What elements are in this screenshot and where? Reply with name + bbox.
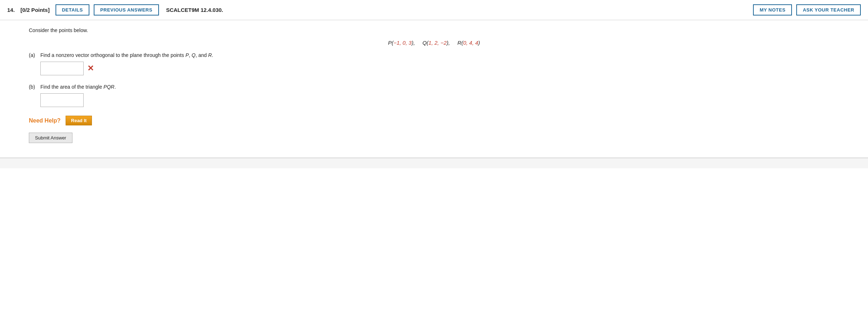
part-b-label: (b) Find the area of the triangle PQR. <box>29 84 839 90</box>
my-notes-button[interactable]: MY NOTES <box>753 4 792 15</box>
part-a-input-row: ✕ <box>40 62 839 75</box>
bottom-bar <box>0 158 868 168</box>
need-help-label: Need Help? <box>29 117 61 124</box>
point-r-label: R <box>457 40 461 46</box>
points-label: [0/2 Points] <box>21 7 50 13</box>
content-area: Consider the points below. P(−1, 0, 3), … <box>0 20 868 158</box>
problem-code: SCALCET9M 12.4.030. <box>166 7 223 13</box>
point-p-coords: −1, 0, 3 <box>393 40 411 46</box>
part-a-label: (a) Find a nonzero vector orthogonal to … <box>29 52 839 58</box>
part-b-question: Find the area of the triangle PQR. <box>40 84 116 90</box>
problem-header: 14. [0/2 Points] DETAILS PREVIOUS ANSWER… <box>0 0 868 20</box>
point-q-coords: 1, 2, −2 <box>429 40 447 46</box>
previous-answers-button[interactable]: PREVIOUS ANSWERS <box>94 4 159 15</box>
part-b-input[interactable] <box>40 93 84 107</box>
part-b: (b) Find the area of the triangle PQR. <box>29 84 839 107</box>
point-r-coords: 0, 4, 4 <box>463 40 478 46</box>
problem-number: 14. <box>7 7 15 13</box>
need-help-row: Need Help? Read It <box>29 116 839 125</box>
part-b-input-row <box>40 93 839 107</box>
ask-teacher-button[interactable]: ASK YOUR TEACHER <box>796 4 861 15</box>
part-a-question: Find a nonzero vector orthogonal to the … <box>40 52 213 58</box>
submit-row: Submit Answer <box>29 133 839 150</box>
part-a-error-icon: ✕ <box>87 64 94 73</box>
part-a-input[interactable] <box>40 62 84 75</box>
details-button[interactable]: DETAILS <box>56 4 89 15</box>
part-a-letter: (a) <box>29 52 37 58</box>
part-b-letter: (b) <box>29 84 37 90</box>
point-q-label: Q <box>422 40 427 46</box>
submit-answer-button[interactable]: Submit Answer <box>29 133 72 143</box>
part-a: (a) Find a nonzero vector orthogonal to … <box>29 52 839 75</box>
read-it-button[interactable]: Read It <box>66 116 92 125</box>
intro-text: Consider the points below. <box>29 27 839 33</box>
points-display: P(−1, 0, 3), Q(1, 2, −2), R(0, 4, 4) <box>29 40 839 46</box>
point-p-label: P <box>388 40 391 46</box>
